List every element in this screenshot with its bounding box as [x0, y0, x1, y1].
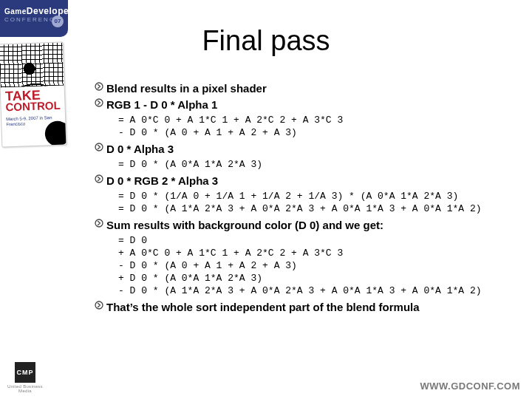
- svg-point-5: [95, 301, 103, 309]
- bullet-text: D 0 * Alpha 3: [106, 142, 174, 157]
- bullet-row: Blend results in a pixel shader: [92, 81, 510, 96]
- bullet-text: RGB 1 - D 0 * Alpha 1: [106, 98, 217, 112]
- bullet-text: That’s the whole sort independent part o…: [106, 300, 420, 315]
- bullet-row: D 0 * RGB 2 * Alpha 3: [92, 174, 510, 188]
- take-control-card: TAKE CONTROL March 5-9, 2007 in San Fran…: [0, 42, 66, 148]
- bullet-code: = A 0*C 0 + A 1*C 1 + A 2*C 2 + A 3*C 3 …: [92, 114, 510, 139]
- bullet-icon: [92, 81, 106, 93]
- bullet-icon: [92, 300, 106, 312]
- svg-point-4: [95, 219, 103, 227]
- bullet-code: = D 0 * (1/A 0 + 1/A 1 + 1/A 2 + 1/A 3) …: [92, 190, 510, 215]
- cmp-sublabel: United Business Media: [4, 384, 46, 393]
- svg-point-2: [95, 143, 103, 151]
- cmp-badge: CMP United Business Media: [4, 362, 46, 393]
- svg-point-1: [95, 99, 103, 106]
- slide: GameDevelopers CONFERENCE 07 TAKE CONTRO…: [0, 0, 532, 399]
- bullet-code: = D 0 * (A 0*A 1*A 2*A 3): [92, 158, 510, 171]
- brand-rail: GameDevelopers CONFERENCE 07 TAKE CONTRO…: [0, 0, 68, 399]
- bullet-icon: [92, 174, 106, 185]
- footer-url: WWW.GDCONF.COM: [420, 381, 520, 392]
- svg-point-3: [95, 175, 103, 183]
- slide-content: Blend results in a pixel shaderRGB 1 - D…: [92, 81, 510, 316]
- slide-title: Final pass: [0, 25, 532, 57]
- bullet-row: RGB 1 - D 0 * Alpha 1: [92, 98, 510, 112]
- bullet-code: = D 0 + A 0*C 0 + A 1*C 1 + A 2*C 2 + A …: [92, 234, 510, 297]
- bullet-text: D 0 * RGB 2 * Alpha 3: [106, 174, 218, 188]
- bullet-text: Blend results in a pixel shader: [106, 81, 267, 96]
- svg-point-0: [95, 83, 103, 90]
- bullet-row: D 0 * Alpha 3: [92, 142, 510, 157]
- cmp-logo: CMP: [15, 362, 35, 383]
- bullet-icon: [92, 218, 106, 230]
- gdc-logo-line1: GameDevelopers: [0, 0, 68, 16]
- bullet-icon: [92, 142, 106, 154]
- bullet-row: Sum results with background color (D 0) …: [92, 218, 510, 233]
- bullet-text: Sum results with background color (D 0) …: [106, 218, 383, 233]
- bullet-row: That’s the whole sort independent part o…: [92, 300, 510, 315]
- bullet-icon: [92, 98, 106, 109]
